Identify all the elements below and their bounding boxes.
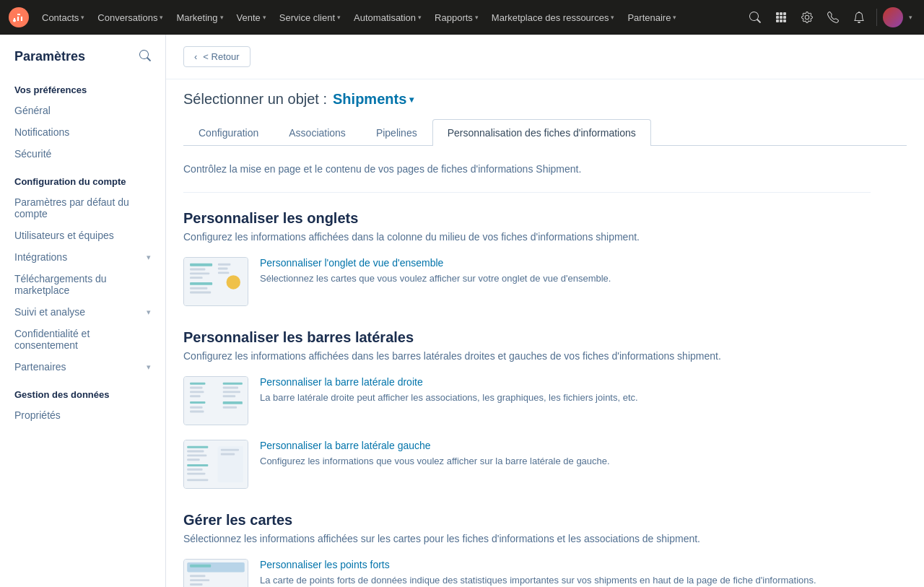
sidebar-item-telechargements[interactable]: Téléchargements du marketplace (0, 268, 165, 301)
sidebar-item-confidentialite[interactable]: Confidentialité et consentement (0, 323, 165, 356)
card-thumbnail-vue-ensemble (183, 257, 248, 306)
card-item-barre-gauche: Personnaliser la barre latérale gauche C… (183, 440, 871, 489)
svg-rect-8 (190, 292, 211, 294)
section-onglets-description: Configurez les informations affichées da… (183, 231, 871, 243)
svg-rect-4 (190, 272, 209, 274)
search-icon[interactable] (139, 50, 151, 64)
svg-rect-26 (223, 406, 237, 409)
page-title-row: Sélectionner un objet : Shipments ▾ (183, 91, 907, 108)
nav-partenaire[interactable]: Partenaire ▾ (622, 8, 682, 27)
svg-rect-38 (221, 453, 235, 455)
svg-rect-18 (190, 401, 205, 404)
nav-marketing[interactable]: Marketing ▾ (170, 8, 229, 27)
sidebar-item-utilisateurs[interactable]: Utilisateurs et équipes (0, 225, 165, 246)
back-arrow-icon: ‹ (194, 51, 197, 62)
chevron-down-icon: ▾ (81, 14, 84, 21)
back-bar: ‹ < Retour (166, 35, 924, 79)
nav-icons-group: ▾ (744, 6, 915, 29)
card-info-barre-droite: Personnaliser la barre latérale droite L… (260, 376, 871, 405)
hubspot-logo[interactable] (9, 7, 29, 27)
svg-rect-37 (221, 449, 239, 451)
card-text-barre-droite: La barre latérale droite peut afficher l… (260, 391, 871, 405)
tab-personnalisation[interactable]: Personnalisation des fiches d'informatio… (432, 119, 651, 146)
chevron-down-icon: ▾ (409, 95, 414, 105)
svg-rect-24 (223, 395, 235, 397)
svg-rect-19 (190, 406, 202, 409)
svg-rect-32 (187, 464, 208, 466)
nav-account-chevron[interactable]: ▾ (906, 9, 915, 25)
chevron-down-icon: ▾ (147, 253, 151, 262)
card-info-barre-gauche: Personnaliser la barre latérale gauche C… (260, 440, 871, 469)
nav-automatisation[interactable]: Automatisation ▾ (348, 8, 427, 27)
svg-rect-21 (223, 383, 243, 385)
sidebar-header: Paramètres (0, 49, 165, 76)
search-icon[interactable] (744, 6, 767, 29)
nav-service-client[interactable]: Service client ▾ (274, 8, 346, 27)
svg-rect-2 (190, 264, 212, 266)
svg-rect-16 (190, 391, 204, 393)
tab-associations[interactable]: Associations (274, 119, 361, 146)
card-item-vue-ensemble: Personnaliser l'onglet de vue d'ensemble… (183, 257, 871, 306)
section-barres: Personnaliser les barres latérales Confi… (183, 329, 871, 489)
page-content: Contrôlez la mise en page et le contenu … (166, 146, 888, 587)
svg-rect-20 (190, 411, 204, 413)
main-content: ‹ < Retour Sélectionner un objet : Shipm… (166, 35, 924, 587)
nav-contacts[interactable]: Contacts ▾ (36, 8, 90, 27)
svg-rect-7 (190, 287, 207, 290)
tab-configuration[interactable]: Configuration (183, 119, 274, 146)
svg-rect-22 (223, 387, 238, 389)
svg-rect-11 (218, 268, 228, 270)
sidebar-item-partenaires[interactable]: Partenaires ▾ (0, 356, 165, 378)
sidebar-item-parametres-compte[interactable]: Paramètres par défaut du compte (0, 191, 165, 225)
user-avatar[interactable] (883, 7, 903, 27)
sidebar-item-suivi[interactable]: Suivi et analyse ▾ (0, 301, 165, 323)
svg-rect-3 (190, 269, 205, 271)
apps-icon[interactable] (770, 6, 793, 29)
sidebar-item-general[interactable]: Général (0, 100, 165, 121)
svg-rect-33 (187, 469, 202, 471)
card-thumbnail-barre-gauche (183, 440, 248, 489)
card-link-vue-ensemble[interactable]: Personnaliser l'onglet de vue d'ensemble (260, 257, 871, 269)
svg-rect-14 (190, 383, 205, 385)
card-text-barre-gauche: Configurez les informations que vous vou… (260, 454, 871, 469)
svg-rect-44 (190, 583, 202, 586)
sidebar-item-integrations[interactable]: Intégrations ▾ (0, 246, 165, 268)
nav-divider (876, 9, 877, 26)
settings-icon[interactable] (796, 6, 819, 29)
nav-rapports[interactable]: Rapports ▾ (429, 8, 484, 27)
bell-icon[interactable] (847, 6, 871, 29)
sidebar-item-proprietes[interactable]: Propriétés (0, 404, 165, 426)
chevron-down-icon: ▾ (147, 308, 151, 317)
svg-rect-36 (218, 446, 243, 482)
tab-pipelines[interactable]: Pipelines (361, 119, 432, 146)
svg-rect-25 (223, 401, 243, 404)
phone-icon[interactable] (821, 6, 845, 29)
object-selector[interactable]: Shipments ▾ (333, 91, 414, 108)
sidebar-item-securite[interactable]: Sécurité (0, 143, 165, 165)
card-link-points-forts[interactable]: Personnaliser les points forts (260, 559, 871, 570)
back-button[interactable]: ‹ < Retour (183, 46, 250, 67)
svg-rect-35 (187, 479, 208, 481)
page-layout: Paramètres Vos préférences Général Notif… (0, 35, 924, 587)
sidebar-item-notifications[interactable]: Notifications (0, 121, 165, 143)
chevron-down-icon: ▾ (337, 14, 341, 21)
chevron-down-icon: ▾ (611, 14, 614, 21)
nav-vente[interactable]: Vente ▾ (231, 8, 272, 27)
card-text-vue-ensemble: Sélectionnez les cartes que vous voulez … (260, 271, 871, 286)
card-thumbnail-barre-droite (183, 376, 248, 425)
card-info-points-forts: Personnaliser les points forts La carte … (260, 559, 871, 587)
card-link-barre-droite[interactable]: Personnaliser la barre latérale droite (260, 376, 871, 388)
page-title-prefix: Sélectionner un objet : (183, 91, 327, 108)
svg-rect-6 (190, 282, 212, 285)
chevron-down-icon: ▾ (263, 14, 266, 21)
chevron-down-icon: ▾ (673, 14, 676, 21)
svg-rect-17 (190, 395, 201, 397)
card-link-barre-gauche[interactable]: Personnaliser la barre latérale gauche (260, 440, 871, 451)
svg-rect-12 (218, 271, 230, 274)
nav-marketplace[interactable]: Marketplace des ressources ▾ (486, 8, 621, 27)
card-text-points-forts: La carte de points forts de données indi… (260, 573, 871, 587)
card-item-points-forts: Personnaliser les points forts La carte … (183, 559, 871, 587)
section-onglets-title: Personnaliser les onglets (183, 210, 871, 227)
nav-conversations[interactable]: Conversations ▾ (92, 8, 169, 27)
section-barres-description: Configurez les informations affichées da… (183, 350, 871, 362)
